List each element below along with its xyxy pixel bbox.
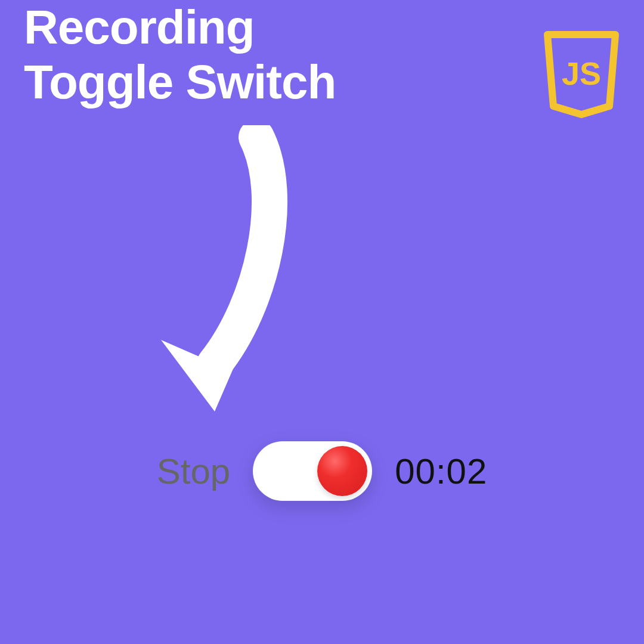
svg-marker-2 [161, 322, 253, 411]
js-badge-icon: JS [543, 30, 620, 119]
svg-text:JS: JS [562, 55, 601, 91]
title-line-1: Recording [24, 0, 336, 55]
page-title: Recording Toggle Switch [24, 0, 336, 110]
recording-timer: 00:02 [395, 451, 487, 492]
toggle-label: Stop [157, 451, 230, 492]
record-icon [317, 446, 367, 496]
recording-toggle[interactable] [253, 441, 372, 501]
title-line-2: Toggle Switch [24, 55, 336, 110]
recording-toggle-row: Stop 00:02 [0, 441, 644, 501]
arrow-icon [137, 125, 292, 411]
